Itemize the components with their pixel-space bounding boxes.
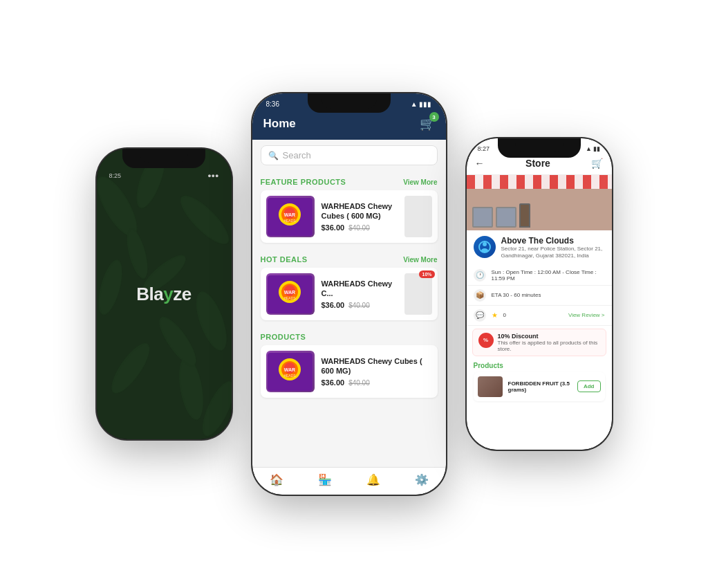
nav-settings[interactable]: ⚙️ [415,473,429,486]
left-notch [140,149,188,163]
right-products-label: Products [474,362,605,369]
nav-store[interactable]: 🏪 [318,473,332,486]
search-bar[interactable]: 🔍 Search [261,145,438,165]
store-name-row: Above The Clouds Sector 21, near Police … [474,236,605,260]
store-logo [474,236,496,258]
left-time: 8:25 [109,172,122,179]
svg-text:HEADS: HEADS [283,219,296,223]
nav-notifications[interactable]: 🔔 [366,473,380,486]
hot-deal-price-old: $40.00 [348,302,370,309]
right-product-row: FORBIDDEN FRUIT (3.5 grams) Add [474,372,605,401]
store-title: Store [525,158,550,169]
warheads-art-2: WAR HEADS [266,273,315,315]
store-rating: 0 [503,312,563,318]
product-info: WARHEADS Chewy Cubes ( 600 MG) $36.00 $4… [322,356,432,387]
featured-section-header: FEATURE PRODUCTS View More [252,171,446,190]
store-awning [467,175,612,189]
featured-product-prices: $36.00 $40.00 [322,223,398,232]
right-product-thumb-img [478,376,503,397]
svg-point-0 [97,171,145,241]
store-window-1 [472,207,493,228]
discount-text-area: 10% Discount This offer is applied to al… [498,333,600,352]
right-notch [515,138,563,152]
right-products-section: Products FORBIDDEN FRUIT (3.5 grams) Add [467,359,612,404]
svg-text:WAR: WAR [284,290,295,295]
price-current: $36.00 [322,378,345,387]
clock-icon: 🕐 [474,269,486,282]
product-card[interactable]: WAR HEADS WARHEADS Chewy Cubes ( 600 MG)… [261,345,438,398]
store-door [519,203,530,228]
center-screen: 8:36 ▲ ▮▮▮ Home 🛒 3 🔍 Search FEATURE PRO… [252,93,446,495]
products-title: PRODUCTS [261,333,306,341]
right-product-name: FORBIDDEN FRUIT (3.5 grams) [508,380,572,393]
svg-text:WAR: WAR [284,212,295,217]
hot-deal-discount-badge: 10% [419,270,434,278]
discount-desc: This offer is applied to all products of… [498,340,600,352]
right-cart-icon[interactable]: 🛒 [591,158,603,169]
svg-text:HEADS: HEADS [283,296,296,300]
store-info: Above The Clouds Sector 21, near Police … [467,230,612,266]
store-eta: ETA 30 - 60 minutes [492,292,605,298]
view-review-link[interactable]: View Review > [568,312,605,318]
hot-deal-product-image: WAR HEADS [266,273,315,315]
hot-deal-price-current: $36.00 [322,301,345,309]
featured-view-more[interactable]: View More [403,178,437,186]
svg-point-3 [97,257,127,317]
hot-deal-product-prices: $36.00 $40.00 [322,301,398,309]
svg-text:HEADS: HEADS [283,374,296,378]
phone-right: 8:27 ▲ ▮▮ ← Store 🛒 [467,138,612,450]
featured-price-current: $36.00 [322,223,345,232]
star-icon: ★ [492,311,498,319]
featured-product-placeholder [404,196,432,237]
discount-title: 10% Discount [498,333,600,340]
back-button[interactable]: ← [475,158,485,169]
scene: 8:25 ●●● [69,66,640,522]
search-icon: 🔍 [268,151,279,160]
svg-point-31 [481,248,488,252]
center-notch [322,93,377,109]
svg-text:WAR: WAR [284,367,295,372]
hot-deal-placeholder [404,273,432,315]
store-image [467,175,612,230]
hot-deal-product-info: WARHEADS Chewy C... $36.00 $40.00 [322,279,398,310]
nav-home[interactable]: 🏠 [270,473,283,486]
featured-price-old: $40.00 [348,224,370,232]
product-image: WAR HEADS [266,351,315,392]
discount-row: % 10% Discount This offer is applied to … [472,329,606,356]
phone-center: 8:36 ▲ ▮▮▮ Home 🛒 3 🔍 Search FEATURE PRO… [252,93,446,495]
store-eta-row: 📦 ETA 30 - 60 minutes [467,286,612,306]
svg-point-2 [174,190,231,250]
featured-product-name: WARHEADS Chewy Cubes ( 600 MG) [322,201,398,221]
warheads-art-3: WAR HEADS [266,351,315,392]
left-screen: 8:25 ●●● [97,149,232,439]
add-product-button[interactable]: Add [577,380,601,392]
store-details: Above The Clouds Sector 21, near Police … [501,236,605,260]
svg-point-8 [153,312,201,370]
left-battery: ●●● [207,172,218,179]
store-meta: 🕐 Sun : Open Time : 12:00 AM - Close Tim… [467,266,612,450]
featured-product-card[interactable]: WAR HEADS WARHEADS Chewy Cubes ( 600 MG)… [261,190,438,243]
right-signals: ▲ ▮▮ [586,145,600,152]
center-header: Home 🛒 3 [252,112,446,140]
cart-button[interactable]: 🛒 3 [420,116,435,131]
store-facade [467,189,612,230]
warheads-art-1: WAR HEADS [266,196,315,237]
featured-product-image: WAR HEADS [266,196,315,237]
hot-deal-product-name: WARHEADS Chewy C... [322,279,398,299]
store-window-2 [496,207,516,228]
products-section-header: PRODUCTS [252,326,446,345]
product-name: WARHEADS Chewy Cubes ( 600 MG) [322,356,432,376]
logo-accent: y [163,284,173,304]
cart-badge: 3 [429,112,439,122]
hot-deal-product-card[interactable]: WAR HEADS WARHEADS Chewy C... $36.00 $40… [261,268,438,320]
store-hours: Sun : Open Time : 12:00 AM - Close Time … [492,269,605,282]
hot-deals-view-more[interactable]: View More [403,256,437,264]
right-time: 8:27 [478,145,490,152]
rating-icon: 💬 [474,309,486,322]
center-signals: ▲ ▮▮▮ [411,100,432,108]
store-rating-row: 💬 ★ 0 View Review > [467,306,612,326]
hot-deals-title: HOT DEALS [261,255,308,264]
search-input[interactable]: Search [283,150,311,160]
featured-title: FEATURE PRODUCTS [261,178,346,186]
svg-point-5 [105,338,156,398]
